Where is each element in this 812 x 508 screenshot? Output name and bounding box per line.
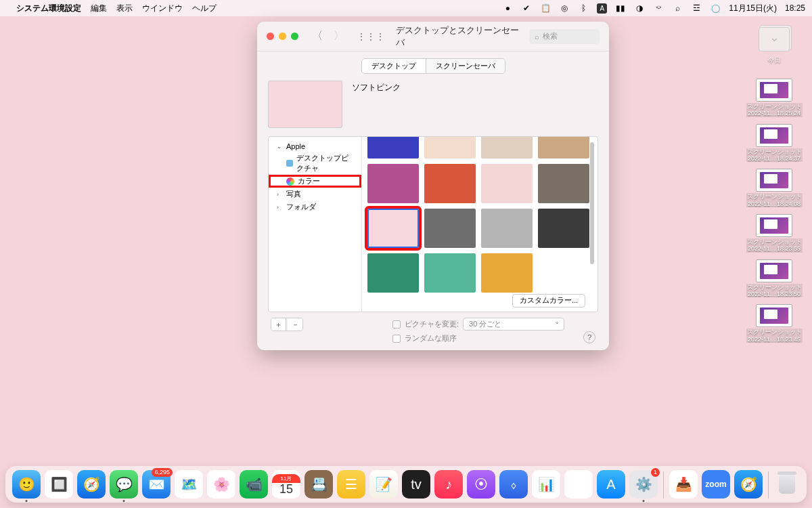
remove-source-button[interactable]: － <box>288 318 302 331</box>
sidebar-item-colors[interactable]: カラー <box>269 175 361 188</box>
dock-zoom[interactable]: zoom <box>702 470 730 499</box>
dock-music[interactable]: ♪ <box>434 470 463 499</box>
screenshot-file[interactable]: スクリーンショット2022-11....18.23.55 <box>746 214 803 253</box>
spotlight-icon[interactable]: ⌕ <box>672 3 683 14</box>
tab-control: デスクトップ スクリーンセーバ <box>361 58 505 74</box>
tab-desktop[interactable]: デスクトップ <box>362 59 426 73</box>
minimize-button[interactable] <box>279 33 286 40</box>
color-swatch[interactable] <box>481 164 533 203</box>
dock-safari[interactable]: 🧭 <box>77 470 106 499</box>
color-swatch[interactable] <box>538 209 589 248</box>
dock-separator <box>663 471 664 499</box>
preferences-window: 〈 〉 ⋮⋮⋮ デスクトップとスクリーンセーバ ⌕ 検索 デスクトップ スクリー… <box>257 22 609 350</box>
dock-photos[interactable]: 🌸 <box>207 470 235 499</box>
color-swatch[interactable] <box>481 209 533 248</box>
dock-tv[interactable]: tv <box>402 470 430 499</box>
color-swatch[interactable] <box>424 253 476 293</box>
airplay-icon[interactable]: ◎ <box>559 3 570 14</box>
screenshot-file[interactable]: スクリーンショット2022-11....18.23.45 <box>746 304 803 343</box>
sidebar-item-folders[interactable]: ›フォルダ <box>269 200 361 213</box>
tab-screensaver[interactable]: スクリーンセーバ <box>426 59 505 73</box>
dock-trash[interactable] <box>774 470 800 499</box>
desktop-stack[interactable] <box>759 27 790 51</box>
folder-icon <box>286 160 293 167</box>
status-icon-3[interactable]: ◑ <box>634 3 645 14</box>
dock-numbers[interactable]: 📊 <box>532 470 560 499</box>
dock-reminders[interactable]: ☰ <box>337 470 365 499</box>
color-swatch[interactable] <box>481 253 533 293</box>
sidebar-item-apple[interactable]: ⌄Apple <box>269 141 361 152</box>
dock-pages[interactable]: ✎ <box>564 470 593 499</box>
color-swatch[interactable] <box>424 164 476 203</box>
dock-notes[interactable]: 📝 <box>369 470 398 499</box>
sidebar-item-photos[interactable]: ›写真 <box>269 188 361 200</box>
control-center-icon[interactable]: ☲ <box>691 3 702 14</box>
dock-mail[interactable]: ✉️6,295 <box>142 470 171 499</box>
bluetooth-icon[interactable]: ᛒ <box>578 3 589 14</box>
input-source-icon[interactable]: A <box>597 3 607 14</box>
wifi-icon[interactable]: ⌔ <box>653 3 664 14</box>
back-button[interactable]: 〈 <box>312 29 323 43</box>
interval-dropdown[interactable]: 30 分ごと <box>463 318 564 331</box>
show-all-button[interactable]: ⋮⋮⋮ <box>357 31 385 42</box>
color-swatch[interactable] <box>481 137 533 158</box>
screenshot-file[interactable]: スクリーンショット2022-11....18.24.37 <box>746 124 803 163</box>
titlebar[interactable]: 〈 〉 ⋮⋮⋮ デスクトップとスクリーンセーバ ⌕ 検索 <box>257 22 609 51</box>
stack-label: 今日 <box>767 56 781 65</box>
screenshot-file[interactable]: スクリーンショット2022-11....18.23.50 <box>746 259 803 298</box>
menubar-date[interactable]: 11月15日(火) <box>729 3 777 14</box>
dock-messages[interactable]: 💬 <box>110 470 138 499</box>
scrollbar[interactable] <box>590 142 594 264</box>
siri-icon[interactable]: ◯ <box>710 3 721 14</box>
random-checkbox[interactable] <box>392 335 401 343</box>
color-wheel-icon <box>286 177 294 186</box>
screenshot-file[interactable]: スクリーンショット2022-11....18.25.24 <box>746 79 803 117</box>
menubar-time[interactable]: 18:25 <box>785 3 805 13</box>
dock-shortcuts[interactable]: ⬨ <box>499 470 528 499</box>
battery-icon[interactable]: ▮▮ <box>615 3 626 14</box>
color-swatch[interactable] <box>538 164 589 203</box>
color-grid-pane: カスタムカラー... <box>362 137 597 312</box>
dock-calendar[interactable]: 11月15 <box>272 470 300 499</box>
change-picture-checkbox[interactable] <box>392 320 401 329</box>
color-swatch[interactable] <box>367 253 419 293</box>
dock-appstore[interactable]: A <box>597 470 625 499</box>
menu-window[interactable]: ウインドウ <box>142 3 183 14</box>
desktop-preview <box>268 81 342 128</box>
dock-facetime[interactable]: 📹 <box>240 470 268 499</box>
zoom-button[interactable] <box>291 33 298 40</box>
dock-system-preferences[interactable]: ⚙️1 <box>629 470 658 499</box>
color-swatch[interactable] <box>424 137 476 158</box>
status-icon-2[interactable]: ✔︎ <box>521 3 532 14</box>
color-swatch[interactable] <box>424 209 476 248</box>
forward-button[interactable]: 〉 <box>334 29 344 43</box>
dock-maps[interactable]: 🗺️ <box>175 470 203 499</box>
dock-finder[interactable]: 🙂 <box>12 470 41 499</box>
color-swatch[interactable] <box>538 137 589 158</box>
status-icon-1[interactable]: ● <box>502 3 513 14</box>
add-source-button[interactable]: ＋ <box>271 318 286 331</box>
color-swatch[interactable] <box>538 253 589 293</box>
dock-downloads[interactable]: 📥 <box>669 470 698 499</box>
color-swatch[interactable] <box>367 209 419 248</box>
menu-edit[interactable]: 編集 <box>91 3 107 14</box>
dock-contacts[interactable]: 📇 <box>304 470 333 499</box>
sidebar-item-desktop-pictures[interactable]: デスクトップピクチャ <box>269 152 361 175</box>
menu-view[interactable]: 表示 <box>116 3 133 14</box>
help-button[interactable]: ? <box>583 331 595 343</box>
change-picture-label: ピクチャを変更: <box>405 319 459 329</box>
search-field[interactable]: ⌕ 検索 <box>529 29 600 44</box>
app-name[interactable]: システム環境設定 <box>16 3 81 14</box>
color-swatch[interactable] <box>367 164 419 203</box>
color-swatch[interactable] <box>367 137 419 158</box>
screenshot-file[interactable]: スクリーンショット2022-11....18.24.08 <box>746 169 803 207</box>
custom-color-button[interactable]: カスタムカラー... <box>512 294 585 308</box>
close-button[interactable] <box>267 33 274 40</box>
dock-safari-2[interactable]: 🧭 <box>734 470 763 499</box>
dock-launchpad[interactable]: 🔲 <box>45 470 73 499</box>
menu-help[interactable]: ヘルプ <box>192 3 217 14</box>
current-color-label: ソフトピンク <box>352 81 401 93</box>
clipboard-icon[interactable]: 📋 <box>540 3 551 14</box>
mail-badge: 6,295 <box>152 468 173 477</box>
dock-podcasts[interactable]: ⦿ <box>467 470 495 499</box>
